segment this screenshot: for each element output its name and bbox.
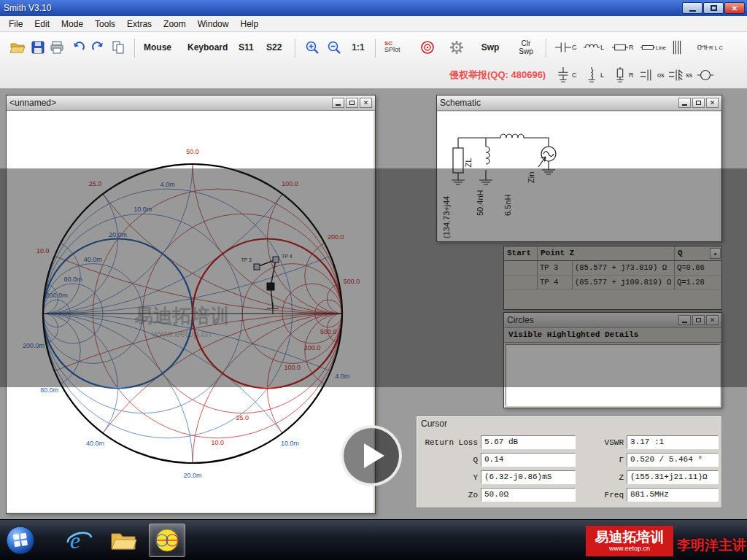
toolbar-keyboard-button[interactable]: Keyboard bbox=[184, 37, 231, 57]
toolbar-mouse-button[interactable]: Mouse bbox=[140, 37, 175, 57]
schematic-restore-button[interactable] bbox=[692, 98, 705, 108]
taskbar-explorer-button[interactable] bbox=[105, 524, 142, 557]
component-res-p-button[interactable]: R bbox=[610, 62, 638, 88]
cursor-label-vswr: VSWR bbox=[583, 438, 624, 447]
component-line-icon bbox=[640, 38, 656, 57]
redo-button[interactable] bbox=[88, 37, 107, 57]
notice-text: 侵权举报(QQ: 480696) bbox=[449, 69, 546, 82]
cursor-value-freq: 881.5MHz bbox=[627, 488, 719, 502]
menu-edit[interactable]: Edit bbox=[28, 17, 55, 31]
cursor-value-zo: 50.0Ω bbox=[481, 488, 576, 502]
badge-site: www.eetop.cn bbox=[609, 545, 650, 552]
component-cap-p-icon bbox=[554, 66, 572, 85]
susceptance-label: 20.0m bbox=[183, 472, 201, 479]
component-label: C bbox=[572, 71, 577, 79]
component-rlc-button[interactable]: R L C bbox=[695, 34, 724, 61]
target-icon bbox=[419, 39, 436, 55]
schematic-window-titlebar[interactable]: Schematic ✕ bbox=[437, 96, 721, 111]
component-cap-s-button[interactable]: C bbox=[553, 34, 581, 61]
start-button[interactable] bbox=[4, 524, 36, 556]
cursor-label-gamma: Γ bbox=[583, 456, 624, 464]
menu-file[interactable]: File bbox=[3, 17, 28, 31]
app-title: Smith V3.10 bbox=[4, 3, 51, 13]
screen: Smith V3.10 ✕ FileEditModeToolsExtrasZoo… bbox=[0, 0, 747, 560]
component-label: L bbox=[600, 44, 604, 51]
close-button[interactable]: ✕ bbox=[724, 2, 745, 14]
zoom-reset-button[interactable]: 1:1 bbox=[346, 37, 371, 57]
chart-minimize-button[interactable] bbox=[332, 98, 344, 108]
sweep-target-button[interactable] bbox=[417, 37, 437, 57]
component-ind-s-button[interactable]: L bbox=[581, 34, 610, 61]
schematic-minimize-button[interactable] bbox=[678, 98, 691, 108]
cursor-field-zo: Zo50.0Ω bbox=[421, 488, 576, 502]
cursor-value-vswr: 3.17 :1 bbox=[627, 435, 719, 449]
menu-help[interactable]: Help bbox=[234, 17, 264, 31]
print-button[interactable] bbox=[47, 37, 66, 57]
component-coupled-button[interactable] bbox=[667, 34, 695, 61]
taskbar-smith-app-button[interactable] bbox=[149, 524, 185, 557]
cursor-panel-title: Cursor bbox=[417, 416, 721, 429]
schematic-close-button[interactable]: ✕ bbox=[706, 98, 719, 108]
cursor-field-returnloss: Return Loss5.67 dB bbox=[421, 435, 576, 449]
toolbar-s22-button[interactable]: S22 bbox=[263, 37, 285, 57]
menu-extras[interactable]: Extras bbox=[121, 17, 158, 31]
resistance-label: 10.0 bbox=[211, 439, 224, 446]
toolbar-s11-button[interactable]: S11 bbox=[235, 37, 258, 57]
component-ss-button[interactable]: ss bbox=[667, 62, 695, 88]
component-port-button[interactable] bbox=[695, 62, 724, 88]
floppy-icon bbox=[31, 40, 45, 55]
menu-tools[interactable]: Tools bbox=[89, 17, 121, 31]
open-file-button[interactable] bbox=[7, 37, 27, 57]
component-line-button[interactable]: Line bbox=[638, 34, 667, 61]
watermark-badge: 易迪拓培训 www.eetop.cn bbox=[586, 526, 673, 556]
badge-brand: 易迪拓培训 bbox=[595, 530, 665, 545]
menubar: FileEditModeToolsExtrasZoomWindowHelp bbox=[0, 16, 747, 32]
undo-icon bbox=[71, 40, 86, 55]
taskbar-ie-button[interactable]: e bbox=[61, 524, 98, 557]
zoom-out-icon bbox=[326, 39, 342, 55]
menu-zoom[interactable]: Zoom bbox=[158, 17, 192, 31]
play-icon bbox=[364, 443, 384, 468]
chart-window-titlebar[interactable]: <unnamed> ✕ bbox=[7, 96, 375, 111]
toolbar: MouseKeyboardS11S22 1:1 SC SPlot Swp Clr… bbox=[0, 32, 747, 89]
susceptance-label: 80.0m bbox=[40, 386, 58, 394]
component-os-button[interactable]: os bbox=[638, 62, 667, 88]
cursor-label-returnloss: Return Loss bbox=[421, 438, 478, 447]
susceptance-label: 10.0m bbox=[281, 440, 299, 447]
chart-close-button[interactable]: ✕ bbox=[360, 98, 372, 108]
component-res-s-button[interactable]: R bbox=[610, 34, 638, 61]
save-button[interactable] bbox=[28, 37, 47, 57]
sweep-button[interactable]: Swp bbox=[478, 37, 503, 57]
component-ind-p-button[interactable]: L bbox=[581, 62, 610, 88]
menu-mode[interactable]: Mode bbox=[55, 17, 89, 31]
cursor-label-q: Q bbox=[421, 456, 478, 464]
windows-orb-icon bbox=[5, 525, 36, 556]
maximize-button[interactable] bbox=[703, 2, 724, 14]
splot-button[interactable]: SC SPlot bbox=[384, 37, 410, 57]
component-res-p-icon bbox=[611, 66, 629, 85]
settings-button[interactable] bbox=[446, 37, 466, 57]
zoom-out-button[interactable] bbox=[324, 37, 344, 57]
component-label: C bbox=[572, 44, 577, 51]
component-ss-icon bbox=[668, 66, 686, 85]
redo-icon bbox=[90, 40, 105, 55]
cursor-field-z: Z(155.31+j21.11)Ω bbox=[583, 470, 719, 484]
cursor-value-gamma: 0.520 / 5.464 ° bbox=[627, 453, 719, 467]
component-res-s-icon bbox=[611, 38, 629, 57]
presenter-watermark: 李明洋主讲 bbox=[677, 536, 746, 555]
clear-sweep-button[interactable]: Clr Swp bbox=[513, 37, 539, 57]
svg-text:e: e bbox=[70, 527, 80, 553]
app-titlebar[interactable]: Smith V3.10 ✕ bbox=[0, 0, 747, 16]
zoom-in-button[interactable] bbox=[302, 37, 322, 57]
component-os-icon bbox=[640, 66, 657, 85]
component-label: Line bbox=[656, 44, 666, 51]
minimize-button[interactable] bbox=[682, 2, 703, 14]
undo-button[interactable] bbox=[69, 37, 88, 57]
copy-button[interactable] bbox=[108, 37, 128, 57]
cursor-field-q: Q0.14 bbox=[421, 453, 576, 467]
component-cap-p-button[interactable]: C bbox=[553, 62, 581, 88]
menu-window[interactable]: Window bbox=[192, 17, 235, 31]
play-button[interactable] bbox=[341, 425, 402, 486]
chart-restore-button[interactable] bbox=[346, 98, 358, 108]
cursor-label-freq: Freq bbox=[583, 491, 624, 499]
